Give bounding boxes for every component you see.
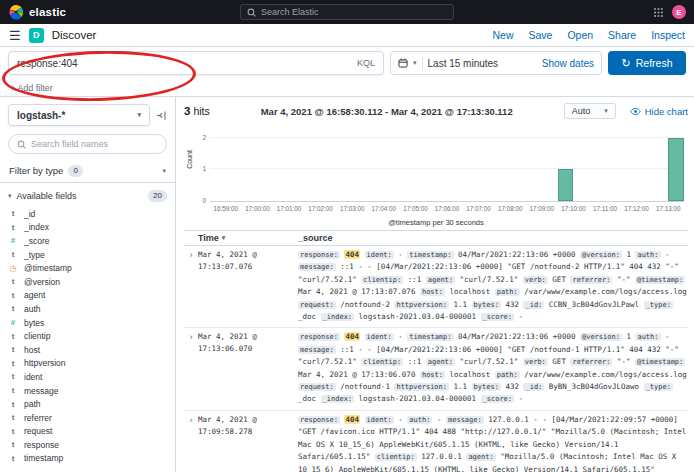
row-time: Mar 4, 2021 @ 17:13:07.076 xyxy=(198,249,298,323)
sort-arrow-icon[interactable]: ▾ xyxy=(222,234,226,242)
x-tick-label: 17:11:00 xyxy=(593,205,617,212)
source-field-key: @version: xyxy=(580,251,622,259)
field-item-clientip[interactable]: tclientip xyxy=(8,329,167,343)
available-fields-label: Available fields xyxy=(17,191,77,201)
collapse-sidebar-icon[interactable] xyxy=(156,110,167,121)
field-name: httpversion xyxy=(24,358,66,368)
user-avatar[interactable]: E xyxy=(672,5,686,19)
query-input-box[interactable]: KQL xyxy=(8,51,384,75)
field-item-agent[interactable]: tagent xyxy=(8,289,167,303)
x-tick-label: 17:06:00 xyxy=(435,205,460,212)
field-type-icon: # xyxy=(8,236,18,245)
field-name: message xyxy=(24,386,59,396)
expand-row-icon[interactable]: › xyxy=(184,331,198,405)
row-source: response: 404 ident: - timestamp: 04/Mar… xyxy=(298,249,688,323)
refresh-button[interactable]: ↻ Refresh xyxy=(608,51,686,75)
nav-action-open[interactable]: Open xyxy=(567,29,593,41)
source-field-key: response: xyxy=(298,251,340,259)
x-tick-label: 17:08:00 xyxy=(498,205,523,212)
nav-action-save[interactable]: Save xyxy=(528,29,552,41)
calendar-icon[interactable] xyxy=(398,58,408,68)
field-item-ident[interactable]: tident xyxy=(8,370,167,384)
field-item-bytes[interactable]: #bytes xyxy=(8,316,167,330)
field-type-icon: t xyxy=(8,454,18,463)
eye-icon xyxy=(630,106,641,117)
source-field-key: message: xyxy=(298,263,336,271)
field-item-request[interactable]: trequest xyxy=(8,425,167,439)
expand-row-icon[interactable]: › xyxy=(184,414,198,472)
field-list: t_idt_index#_scoret_type◷@timestampt@ver… xyxy=(8,207,167,465)
field-name: _id xyxy=(24,209,35,219)
field-item-auth[interactable]: tauth xyxy=(8,302,167,316)
field-search[interactable] xyxy=(8,134,167,154)
field-item-response[interactable]: tresponse xyxy=(8,438,167,452)
field-type-icon: t xyxy=(8,291,18,300)
filter-by-type[interactable]: Filter by type 0 ▾ xyxy=(0,159,175,183)
source-field-key: request: xyxy=(298,301,336,309)
query-input[interactable] xyxy=(17,58,351,69)
source-field-key: _type: xyxy=(644,301,673,309)
source-field-value: - xyxy=(398,415,403,424)
elastic-logo-icon[interactable] xyxy=(8,4,24,20)
histogram-bar[interactable] xyxy=(558,169,574,201)
histogram-bar[interactable] xyxy=(668,138,684,201)
index-pattern-label: logstash-* xyxy=(17,110,65,121)
field-item-httpversion[interactable]: thttpversion xyxy=(8,357,167,371)
y-tick-label: 0 xyxy=(202,197,206,204)
source-field-key: timestamp: xyxy=(407,333,453,341)
expand-row-icon[interactable]: › xyxy=(184,249,198,323)
row-time: Mar 4, 2021 @ 17:13:06.070 xyxy=(198,331,298,405)
x-tick-label: 17:12:00 xyxy=(624,205,649,212)
field-item-_index[interactable]: t_index xyxy=(8,221,167,235)
add-filter-button[interactable]: + Add filter xyxy=(10,83,53,93)
field-item-message[interactable]: tmessage xyxy=(8,384,167,398)
hide-chart-button[interactable]: Hide chart xyxy=(630,106,688,117)
field-item-path[interactable]: tpath xyxy=(8,397,167,411)
field-item-_type[interactable]: t_type xyxy=(8,248,167,262)
field-item-timestamp[interactable]: ttimestamp xyxy=(8,452,167,466)
field-item-_id[interactable]: t_id xyxy=(8,207,167,221)
available-fields-header[interactable]: ▾ Available fields 20 xyxy=(8,190,167,202)
field-item-_score[interactable]: #_score xyxy=(8,234,167,248)
source-field-value: /notfound-1 xyxy=(340,382,390,391)
field-type-icon: t xyxy=(8,277,18,286)
kibana-discover-app: elastic E ☰ D Discover NewSaveOpenShareI… xyxy=(0,0,694,472)
field-item-referrer[interactable]: treferrer xyxy=(8,411,167,425)
field-search-input[interactable] xyxy=(31,139,158,149)
source-field-value: GET xyxy=(552,275,566,284)
field-item-@version[interactable]: t@version xyxy=(8,275,167,289)
chevron-down-icon: ▾ xyxy=(413,59,417,67)
source-field-value: _doc xyxy=(298,312,316,321)
hamburger-menu-icon[interactable]: ☰ xyxy=(9,29,21,42)
kql-badge[interactable]: KQL xyxy=(357,58,375,68)
table-row: ›Mar 4, 2021 @ 17:09:58.278response: 404… xyxy=(184,411,688,472)
gridline xyxy=(210,137,684,138)
field-item-host[interactable]: thost xyxy=(8,343,167,357)
source-field-key: @timestamp: xyxy=(635,276,685,284)
date-picker[interactable]: ▾ Last 15 minutes Show dates xyxy=(390,51,602,75)
index-pattern-select[interactable]: logstash-* ▾ xyxy=(8,104,150,126)
content: logstash-* ▾ Filter by type 0 ▾ ▾ xyxy=(0,97,694,472)
field-name: agent xyxy=(24,290,45,300)
field-type-icon: t xyxy=(8,372,18,381)
global-search-input[interactable] xyxy=(261,7,447,17)
source-field-key: clientip: xyxy=(361,358,403,366)
show-dates-button[interactable]: Show dates xyxy=(542,58,594,69)
nav-actions: NewSaveOpenShareInspect xyxy=(492,29,685,41)
time-column-header[interactable]: Time ▾ xyxy=(184,233,298,243)
nav-action-new[interactable]: New xyxy=(492,29,513,41)
nav-action-inspect[interactable]: Inspect xyxy=(651,29,685,41)
source-field-value: - xyxy=(437,415,442,424)
field-item-@timestamp[interactable]: ◷@timestamp xyxy=(8,261,167,275)
nav-action-share[interactable]: Share xyxy=(608,29,636,41)
source-field-key: request: xyxy=(298,383,336,391)
source-field-value: Mar 4, 2021 @ 17:13:06.070 xyxy=(298,370,415,379)
y-tick-label: 2 xyxy=(202,134,206,141)
source-field-value: - xyxy=(519,312,524,321)
source-field-value: 432 xyxy=(505,300,519,309)
source-field-key: verb: xyxy=(523,358,548,366)
interval-select[interactable]: Auto ▾ xyxy=(564,103,616,119)
apps-grid-icon[interactable] xyxy=(653,7,664,18)
time-range-label[interactable]: Last 15 minutes xyxy=(428,58,499,69)
global-search[interactable] xyxy=(240,4,454,20)
